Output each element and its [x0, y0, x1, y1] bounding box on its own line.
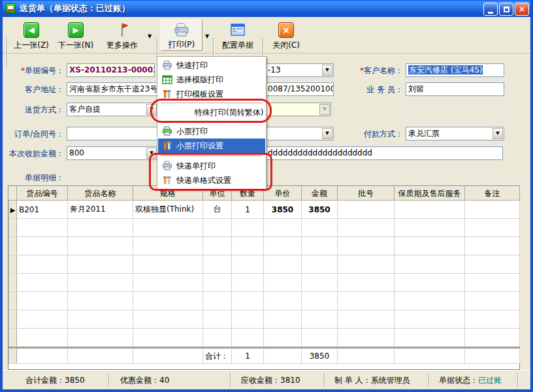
next-button[interactable]: ▶ 下一张(N) — [55, 20, 97, 51]
chevron-down-icon[interactable]: ▼ — [493, 128, 503, 139]
col-header: 货品名称 — [68, 187, 133, 201]
menu-item-choose-template-print[interactable]: 选择模版打印 — [158, 73, 265, 87]
table-empty-row[interactable] — [9, 292, 520, 310]
status-discount-amount: 优惠金额：40 — [120, 375, 169, 385]
table-row[interactable]: ▶ B201 奔月2011 双核独显(Think) 台 1 3850 3850 — [9, 201, 520, 219]
titlebar: 送货单（单据状态：已过账） × — [0, 0, 533, 17]
menu-item-express-sheet-print[interactable]: 快递单打印 — [158, 159, 265, 173]
flag-icon — [116, 21, 129, 39]
form-window-icon — [230, 21, 246, 39]
cell-spec: 双核独显(Think) — [133, 201, 203, 219]
delivery-method-label: 送货方式： — [3, 104, 64, 116]
cell-amount: 3850 — [302, 201, 338, 219]
close-window-button[interactable]: × 关闭(C) — [268, 20, 304, 51]
print-button[interactable]: 打印(P) — [161, 20, 202, 51]
customer-addr-label: 客户地址： — [3, 84, 64, 95]
chevron-down-icon: ▼ — [148, 33, 152, 39]
table-empty-row[interactable] — [9, 274, 520, 292]
receipt-amount-combo[interactable]: 800 ▼ — [67, 146, 158, 160]
tools-icon — [162, 175, 172, 186]
prev-button-label: 上一张(Z) — [14, 40, 49, 51]
chevron-down-icon[interactable]: ▼ — [146, 148, 157, 159]
totals-table: 合计： 1 3850 — [8, 348, 520, 364]
col-header: 货品编号 — [17, 187, 68, 201]
col-header: 备注 — [465, 187, 520, 201]
status-doc-maker: 制 单 人：系统管理员 — [334, 375, 410, 385]
chevron-down-icon[interactable]: ▼ — [146, 104, 157, 115]
table-empty-row[interactable] — [9, 310, 520, 329]
chevron-down-icon: ▼ — [319, 104, 330, 115]
template-table-icon — [162, 74, 172, 85]
status-doc-state: 单据状态：已过账 — [439, 375, 502, 385]
receipt-amount-label: 本次收款金额： — [3, 148, 64, 159]
doc-no-label: *单据编号： — [3, 65, 64, 76]
totals-qty: 1 — [232, 349, 264, 364]
customer-name-field[interactable]: 东安汽修店 (宝马4S) — [406, 63, 504, 77]
table-empty-row[interactable] — [9, 237, 520, 255]
salesman-label: 业 务 员： — [299, 84, 403, 95]
cell-item-code: B201 — [17, 201, 68, 219]
config-doc-label: 配置单据 — [222, 40, 253, 51]
window-title: 送货单（单据状态：已过账） — [20, 3, 130, 14]
delivery-order-window: 送货单（单据状态：已过账） × ◀ 上一张(Z) ▶ 下一张(N) 更多操作 — [0, 0, 533, 392]
menu-item-express-sheet-format-setup[interactable]: 快递单格式设置 — [158, 173, 265, 188]
close-x-icon: × — [278, 22, 294, 38]
detail-grid: 货品编号 货品名称 规格 单位 数量 单价 金额 批号 保质期及售后服务 备注 … — [8, 186, 520, 370]
cell-batch — [338, 201, 395, 219]
config-doc-button[interactable]: 配置单据 — [217, 20, 259, 51]
selector-header — [9, 187, 17, 201]
order-no-label: 订单/合同号： — [3, 128, 64, 140]
more-actions-dropdown[interactable]: ▼ — [145, 20, 154, 51]
tools-icon — [162, 140, 172, 151]
detail-table: 货品编号 货品名称 规格 单位 数量 单价 金额 批号 保质期及售后服务 备注 … — [8, 186, 520, 347]
printer-icon — [162, 60, 172, 71]
cell-unit: 台 — [203, 201, 232, 219]
table-empty-row[interactable] — [9, 329, 520, 347]
col-header: 金额 — [302, 187, 338, 201]
current-row-marker-icon: ▶ — [10, 206, 16, 214]
payment-method-combo[interactable]: 承兑汇票 ▼ — [406, 127, 504, 140]
print-dropdown[interactable]: ▼ — [202, 20, 212, 51]
table-empty-row[interactable] — [9, 219, 520, 237]
printer-icon — [173, 22, 190, 38]
more-actions-button[interactable]: 更多操作 — [101, 20, 144, 51]
close-window-label: 关闭(C) — [272, 40, 300, 51]
delivery-method-combo[interactable]: 客户自提 ▼ — [67, 103, 158, 116]
cell-remark — [465, 201, 520, 219]
minimize-icon — [488, 12, 493, 14]
cell-price: 3850 — [264, 201, 302, 219]
status-total-amount: 合计金额：3850 — [25, 375, 85, 385]
more-actions-label: 更多操作 — [106, 40, 138, 51]
cell-warranty — [395, 201, 465, 219]
printer-icon — [162, 161, 172, 171]
menu-item-special-print[interactable]: 特殊打印(简转繁体) — [158, 105, 265, 121]
menu-item-receipt-print[interactable]: 小票打印 — [158, 124, 265, 139]
status-receivable-amount: 应收金额：3810 — [241, 375, 300, 385]
close-button[interactable]: × — [515, 3, 529, 16]
print-dropdown-menu: 快速打印 选择模版打印 打印模板设置 特殊打印(简转繁体) 小票打印 — [157, 56, 266, 189]
menu-item-print-template-setup[interactable]: 打印模板设置 — [158, 87, 265, 101]
payment-method-label: 付款方式： — [299, 128, 403, 140]
prev-button[interactable]: ◀ 上一张(Z) — [10, 20, 52, 51]
cell-item-name: 奔月2011 — [68, 201, 133, 219]
col-header: 保质期及售后服务 — [395, 187, 465, 201]
next-arrow-icon: ▶ — [68, 22, 84, 38]
receipt-printer-icon — [162, 126, 172, 137]
doc-no-field[interactable]: XS-20110213-00003 — [67, 63, 155, 77]
col-header: 批号 — [338, 187, 395, 201]
menu-item-receipt-print-setup[interactable]: 小票打印设置 — [158, 139, 265, 153]
col-header: 单价 — [264, 187, 302, 201]
totals-label: 合计： — [203, 349, 232, 364]
statusbar: 合计金额：3850 优惠金额：40 应收金额：3810 制 单 人：系统管理员 … — [3, 370, 530, 389]
totals-amount: 3850 — [302, 349, 338, 364]
customer-name-label: *客户名称： — [299, 65, 403, 76]
maximize-button[interactable] — [499, 3, 513, 16]
salesman-field[interactable]: 刘留 — [406, 82, 504, 96]
minimize-button[interactable] — [483, 3, 498, 16]
cell-qty: 1 — [232, 201, 264, 219]
menu-item-quick-print[interactable]: 快速打印 — [158, 58, 265, 73]
tools-icon — [162, 89, 172, 99]
app-icon — [5, 3, 16, 14]
maximize-icon — [504, 7, 509, 12]
table-empty-row[interactable] — [9, 255, 520, 274]
